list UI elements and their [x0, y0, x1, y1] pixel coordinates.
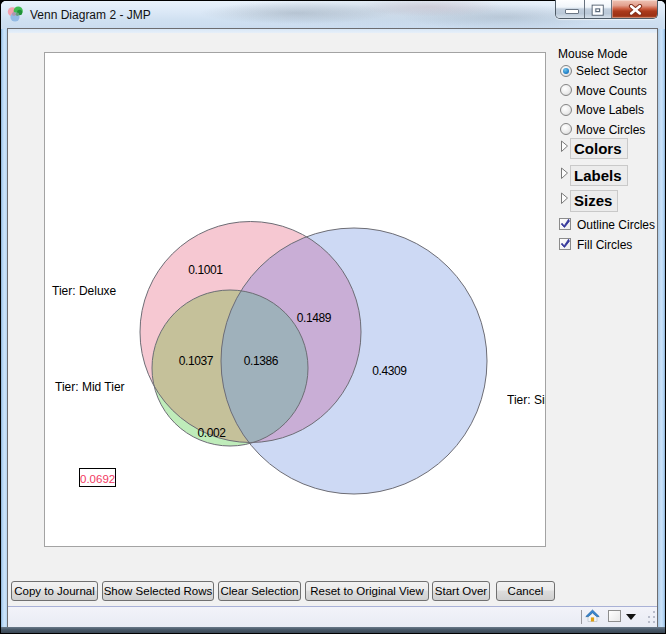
svg-text:0.4309: 0.4309	[372, 364, 407, 378]
svg-text:0.1489: 0.1489	[297, 311, 332, 325]
svg-text:0.1386: 0.1386	[244, 354, 279, 368]
svg-text:0.1037: 0.1037	[179, 354, 214, 368]
svg-text:0.1001: 0.1001	[188, 263, 223, 277]
svg-text:0.002: 0.002	[197, 426, 226, 440]
